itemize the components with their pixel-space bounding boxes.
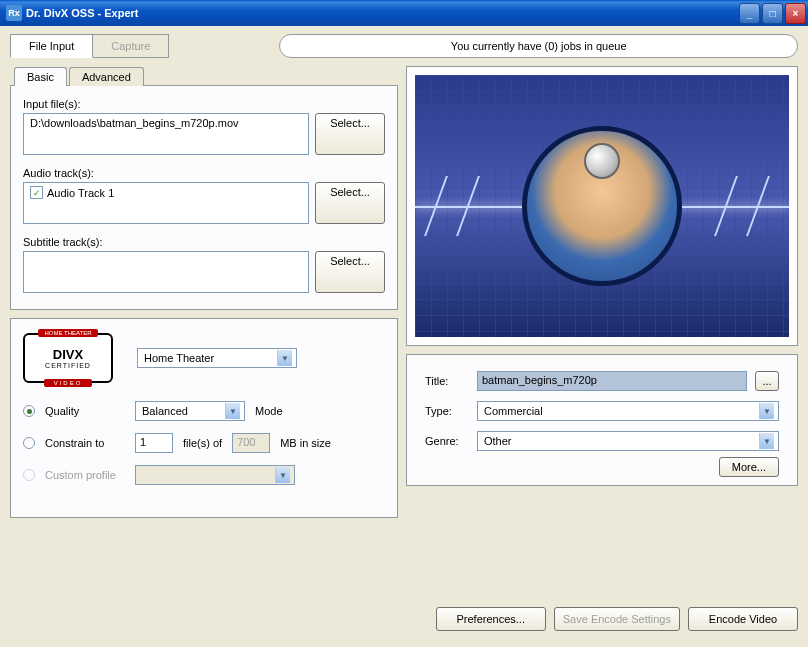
- input-file-item[interactable]: D:\downloads\batman_begins_m720p.mov: [28, 116, 304, 130]
- mb-size-input: 700: [232, 433, 270, 453]
- audio-tracks-label: Audio track(s):: [23, 167, 385, 179]
- queue-status: You currently have (0) jobs in queue: [279, 34, 798, 58]
- title-input[interactable]: batman_begins_m720p: [477, 371, 747, 391]
- divx-logo-sub: CERTIFIED: [45, 362, 91, 369]
- doctor-avatar-icon: [522, 126, 682, 286]
- genre-select[interactable]: Other ▼: [477, 431, 779, 451]
- quality-value: Balanced: [140, 405, 225, 417]
- subtitle-tracks-list[interactable]: [23, 251, 309, 293]
- constrain-radio[interactable]: [23, 437, 35, 449]
- preferences-button[interactable]: Preferences...: [436, 607, 546, 631]
- preset-select[interactable]: Home Theater ▼: [137, 348, 297, 368]
- quality-label: Quality: [45, 405, 125, 417]
- custom-profile-label: Custom profile: [45, 469, 125, 481]
- input-files-label: Input file(s):: [23, 98, 385, 110]
- subtitle-tracks-label: Subtitle track(s):: [23, 236, 385, 248]
- window-title: Dr. DivX OSS - Expert: [26, 7, 739, 19]
- preview-panel: [406, 66, 798, 346]
- select-audio-button[interactable]: Select...: [315, 182, 385, 224]
- mode-label: Mode: [255, 405, 283, 417]
- preset-value: Home Theater: [142, 352, 277, 364]
- input-files-list[interactable]: D:\downloads\batman_begins_m720p.mov: [23, 113, 309, 155]
- type-value: Commercial: [482, 405, 759, 417]
- quality-radio[interactable]: [23, 405, 35, 417]
- app-icon: Rx: [6, 5, 22, 21]
- chevron-down-icon: ▼: [277, 350, 292, 366]
- tab-capture: Capture: [93, 34, 169, 58]
- type-select[interactable]: Commercial ▼: [477, 401, 779, 421]
- chevron-down-icon: ▼: [759, 403, 774, 419]
- encode-video-button[interactable]: Encode Video: [688, 607, 798, 631]
- chevron-down-icon: ▼: [759, 433, 774, 449]
- constrain-label: Constrain to: [45, 437, 125, 449]
- more-button[interactable]: More...: [719, 457, 779, 477]
- chevron-down-icon: ▼: [225, 403, 240, 419]
- mb-label: MB in size: [280, 437, 331, 449]
- close-button[interactable]: ×: [785, 3, 806, 24]
- select-subtitle-button[interactable]: Select...: [315, 251, 385, 293]
- files-count-input[interactable]: 1: [135, 433, 173, 453]
- files-of-label: file(s) of: [183, 437, 222, 449]
- title-browse-button[interactable]: ...: [755, 371, 779, 391]
- audio-track-checkbox[interactable]: ✓: [30, 186, 43, 199]
- type-label: Type:: [425, 405, 469, 417]
- custom-profile-select: ▼: [135, 465, 295, 485]
- top-tabs: File Input Capture: [10, 34, 169, 58]
- tab-basic[interactable]: Basic: [14, 67, 67, 86]
- action-buttons: Preferences... Save Encode Settings Enco…: [406, 599, 798, 631]
- divx-logo-text: DIVX: [53, 347, 83, 362]
- minimize-button[interactable]: _: [739, 3, 760, 24]
- profile-panel: DIVX CERTIFIED Home Theater ▼ Quality Ba…: [10, 318, 398, 518]
- audio-tracks-list[interactable]: ✓ Audio Track 1: [23, 182, 309, 224]
- divx-logo: DIVX CERTIFIED: [23, 333, 113, 383]
- preview-image: [415, 75, 789, 337]
- input-panel: Input file(s): D:\downloads\batman_begin…: [10, 85, 398, 310]
- genre-value: Other: [482, 435, 759, 447]
- chevron-down-icon: ▼: [275, 467, 290, 483]
- title-label: Title:: [425, 375, 469, 387]
- quality-select[interactable]: Balanced ▼: [135, 401, 245, 421]
- audio-track-item[interactable]: ✓ Audio Track 1: [28, 185, 304, 200]
- maximize-button[interactable]: □: [762, 3, 783, 24]
- audio-track-label: Audio Track 1: [47, 187, 114, 199]
- metadata-panel: Title: batman_begins_m720p ... Type: Com…: [406, 354, 798, 486]
- genre-label: Genre:: [425, 435, 469, 447]
- save-encode-button: Save Encode Settings: [554, 607, 680, 631]
- tab-advanced[interactable]: Advanced: [69, 67, 144, 86]
- custom-profile-radio: [23, 469, 35, 481]
- titlebar: Rx Dr. DivX OSS - Expert _ □ ×: [0, 0, 808, 26]
- tab-file-input[interactable]: File Input: [10, 34, 93, 58]
- select-input-button[interactable]: Select...: [315, 113, 385, 155]
